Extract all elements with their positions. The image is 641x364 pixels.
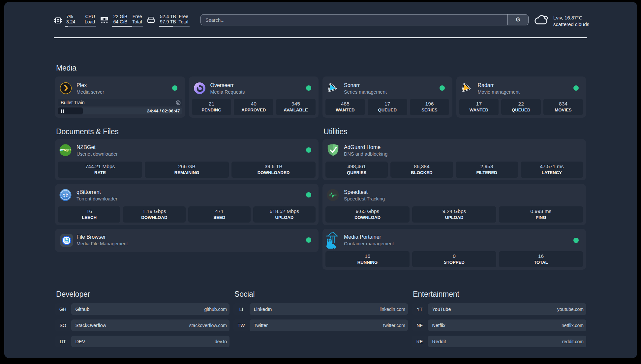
svg-text:qb: qb bbox=[62, 192, 68, 198]
svg-text:nzbget: nzbget bbox=[60, 148, 71, 152]
